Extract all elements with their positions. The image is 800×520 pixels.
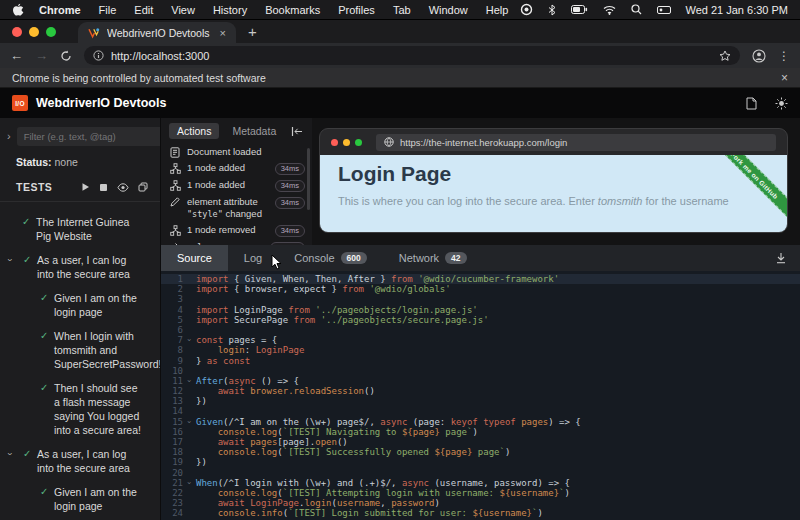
fold-gutter — [183, 508, 196, 518]
window-close-button[interactable] — [12, 27, 22, 37]
new-tab-button[interactable]: + — [236, 23, 269, 43]
filter-input[interactable] — [17, 127, 160, 146]
site-info-icon[interactable] — [93, 50, 104, 61]
record-icon[interactable] — [520, 3, 533, 16]
test-tree-item-step[interactable]: ✓Given I am on the login page — [0, 291, 150, 319]
event-row[interactable]: 1 node added34ms — [169, 162, 305, 175]
window-minimize-button[interactable] — [29, 27, 39, 37]
bookmark-star-icon[interactable] — [719, 50, 731, 62]
menu-item-history[interactable]: History — [204, 4, 256, 16]
panel-collapse-left-icon[interactable] — [291, 126, 303, 137]
event-row[interactable]: 1 node removed34ms — [169, 224, 305, 237]
code-line-15: 15›Given(/^I am on the (\w+) page$/, asy… — [161, 417, 800, 427]
test-label: When I login with tomsmith and SuperSecr… — [54, 329, 160, 371]
fold-chevron-icon[interactable]: › — [183, 335, 196, 345]
fold-gutter — [183, 274, 196, 284]
run-tests-icon[interactable] — [81, 182, 90, 192]
back-button[interactable]: ← — [10, 49, 23, 62]
line-number: 12 — [161, 386, 183, 396]
actions-tabbar: Actions Metadata — [161, 118, 312, 143]
test-tree: ✓The Internet Guinea Pig Website›✓As a u… — [0, 202, 160, 520]
browser-menu-icon[interactable]: ⋮ — [778, 49, 790, 63]
bluetooth-icon[interactable] — [548, 4, 556, 16]
node-tree-icon — [169, 179, 181, 191]
test-tree-item-scenario[interactable]: ›✓As a user, I can log into the secure a… — [0, 447, 150, 475]
login-page-body: This is where you can log into the secur… — [338, 195, 769, 207]
tab-network[interactable]: Network42 — [383, 245, 483, 271]
tab-close-icon[interactable]: × — [220, 27, 226, 39]
tab-count-badge: 42 — [445, 252, 466, 264]
expand-chevron-icon[interactable]: › — [8, 253, 23, 281]
fold-chevron-icon[interactable]: › — [183, 376, 196, 386]
fold-chevron-icon[interactable]: › — [183, 478, 196, 488]
menu-item-help[interactable]: Help — [477, 4, 518, 16]
pass-check-icon: ✓ — [22, 215, 36, 243]
tab-source[interactable]: Source — [161, 245, 228, 271]
line-number: 7 — [161, 335, 183, 345]
tab-favicon-webdriverio — [88, 27, 100, 39]
menubar-clock: Wed 21 Jan 6:30 PM — [685, 4, 788, 16]
fold-chevron-icon[interactable]: › — [183, 417, 196, 427]
events-scrollbar[interactable] — [307, 148, 310, 210]
code-line-14: 14 — [161, 406, 800, 416]
line-number: 6 — [161, 325, 183, 335]
test-tree-item-step[interactable]: ✓Given I am on the login page — [0, 485, 150, 513]
menu-item-profiles[interactable]: Profiles — [329, 4, 384, 16]
code-line-8: 8 login: LoginPage — [161, 345, 800, 355]
menu-item-chrome[interactable]: Chrome — [30, 4, 90, 16]
download-source-icon[interactable] — [762, 245, 800, 271]
tab-console[interactable]: Console600 — [278, 245, 383, 271]
forward-button[interactable]: → — [35, 49, 48, 62]
line-number: 13 — [161, 396, 183, 406]
line-number: 10 — [161, 366, 183, 376]
test-tree-item-scenario[interactable]: ›✓As a user, I can log into the secure a… — [0, 253, 150, 281]
fold-gutter — [183, 366, 196, 376]
preview-zoom-dot — [355, 139, 362, 146]
tab-metadata[interactable]: Metadata — [224, 123, 284, 139]
menu-item-bookmarks[interactable]: Bookmarks — [256, 4, 329, 16]
theme-toggle-sun-icon[interactable] — [775, 97, 788, 110]
tests-header: TESTS — [0, 168, 160, 202]
menu-item-tab[interactable]: Tab — [384, 4, 420, 16]
display-icon[interactable] — [657, 5, 671, 15]
app-header: I/O WebdriverIO Devtools — [0, 88, 800, 118]
event-row[interactable]: element attribute "style" changed34ms — [169, 196, 305, 220]
battery-icon[interactable] — [571, 5, 588, 14]
code-line-17: 17 await pages[page].open() — [161, 437, 800, 447]
menu-item-view[interactable]: View — [162, 4, 204, 16]
test-tree-item-feature[interactable]: ✓The Internet Guinea Pig Website — [0, 215, 150, 243]
search-icon[interactable] — [631, 4, 642, 15]
pencil-icon — [169, 196, 181, 207]
infobar-close-icon[interactable]: × — [781, 71, 788, 85]
test-tree-item-step[interactable]: ✓Then I should see a flash message sayin… — [0, 381, 150, 437]
menu-item-edit[interactable]: Edit — [125, 4, 162, 16]
tab-log[interactable]: Log — [228, 245, 278, 271]
sidebar-collapse-icon[interactable]: › — [5, 131, 13, 142]
menu-item-window[interactable]: Window — [420, 4, 477, 16]
address-bar[interactable]: http://localhost:3000 — [84, 46, 740, 65]
browser-tab[interactable]: WebdriverIO Devtools × — [78, 22, 236, 43]
line-number: 5 — [161, 315, 183, 325]
code-line-12: 12 await browser.reloadSession() — [161, 386, 800, 396]
report-file-icon[interactable] — [746, 97, 757, 110]
event-row[interactable]: Document loaded — [169, 146, 305, 158]
watch-tests-icon[interactable] — [117, 183, 129, 192]
wifi-icon[interactable] — [603, 5, 616, 15]
profile-avatar-icon[interactable] — [752, 49, 766, 63]
pass-check-icon: ✓ — [40, 291, 54, 319]
expand-chevron-icon[interactable]: › — [8, 447, 23, 475]
event-row[interactable]: 1 node added34ms — [169, 179, 305, 192]
apple-menu-icon[interactable] — [12, 3, 24, 17]
tab-actions[interactable]: Actions — [169, 123, 219, 139]
window-zoom-button[interactable] — [46, 27, 56, 37]
reload-button[interactable] — [60, 50, 72, 62]
test-tree-item-step[interactable]: ✓When I login with tomsmith and SuperSec… — [0, 329, 150, 371]
menu-item-file[interactable]: File — [90, 4, 126, 16]
code-line-11: 11›After(async () => { — [161, 376, 800, 386]
collapse-all-icon[interactable] — [138, 182, 148, 192]
tab-count-badge: 600 — [341, 252, 367, 264]
line-number: 17 — [161, 437, 183, 447]
source-code-editor[interactable]: 1import { Given, When, Then, After } fro… — [161, 271, 800, 520]
url-text[interactable]: http://localhost:3000 — [111, 50, 712, 62]
stop-tests-icon[interactable] — [99, 183, 108, 192]
